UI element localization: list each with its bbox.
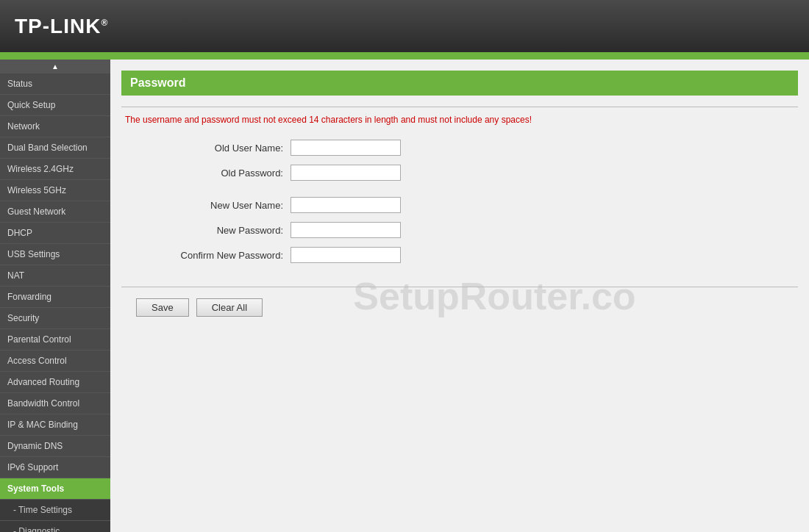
logo-text: TP-LINK [15, 15, 101, 37]
clear-button[interactable]: Clear All [196, 298, 263, 317]
confirm-password-input[interactable] [291, 247, 401, 263]
content-inner: Password The username and password must … [121, 71, 798, 317]
sidebar-item-forwarding[interactable]: Forwarding [0, 287, 110, 308]
sidebar-item-system-tools[interactable]: System Tools [0, 478, 110, 500]
sidebar-item-parental-control[interactable]: Parental Control [0, 329, 110, 351]
old-password-input[interactable] [291, 165, 401, 181]
confirm-password-row: Confirm New Password: [121, 247, 798, 263]
page-title: Password [121, 71, 798, 96]
save-button[interactable]: Save [136, 298, 189, 317]
old-username-label: Old User Name: [136, 143, 283, 154]
password-form: Old User Name: Old Password: New User Na… [121, 136, 798, 276]
content-area: SetupRouter.co Password The username and… [110, 60, 809, 532]
sidebar-item-ipv6[interactable]: IPv6 Support [0, 457, 110, 478]
sidebar-item-wireless-5[interactable]: Wireless 5GHz [0, 180, 110, 201]
sidebar-scroll-up[interactable]: ▲ [0, 60, 110, 73]
sidebar-item-advanced-routing[interactable]: Advanced Routing [0, 372, 110, 393]
sidebar-item-guest-network[interactable]: Guest Network [0, 201, 110, 223]
new-password-input[interactable] [291, 222, 401, 238]
sidebar-item-wireless-24[interactable]: Wireless 2.4GHz [0, 159, 110, 180]
bottom-divider [121, 287, 798, 287]
old-password-label: Old Password: [136, 168, 283, 179]
sidebar-item-quick-setup[interactable]: Quick Setup [0, 95, 110, 116]
new-password-row: New Password: [121, 222, 798, 238]
top-divider [121, 107, 798, 107]
main-layout: ▲ StatusQuick SetupNetworkDual Band Sele… [0, 60, 809, 532]
old-username-input[interactable] [291, 140, 401, 156]
header: TP-LINK® [0, 0, 809, 55]
sidebar-item-dual-band[interactable]: Dual Band Selection [0, 137, 110, 159]
sidebar-item-time-settings[interactable]: - Time Settings [0, 500, 110, 521]
logo: TP-LINK® [15, 15, 108, 38]
new-username-input[interactable] [291, 197, 401, 213]
logo-tm: ® [101, 17, 108, 27]
sidebar: ▲ StatusQuick SetupNetworkDual Band Sele… [0, 60, 110, 532]
sidebar-item-dynamic-dns[interactable]: Dynamic DNS [0, 436, 110, 457]
sidebar-item-usb-settings[interactable]: USB Settings [0, 244, 110, 265]
new-username-row: New User Name: [121, 197, 798, 213]
sidebar-item-security[interactable]: Security [0, 308, 110, 329]
sidebar-item-access-control[interactable]: Access Control [0, 351, 110, 372]
new-username-label: New User Name: [136, 200, 283, 211]
sidebar-item-network[interactable]: Network [0, 116, 110, 137]
sidebar-item-dhcp[interactable]: DHCP [0, 223, 110, 244]
sidebar-items: StatusQuick SetupNetworkDual Band Select… [0, 73, 110, 532]
old-password-row: Old Password: [121, 165, 798, 181]
button-row: Save Clear All [121, 298, 798, 317]
form-spacer [121, 190, 798, 197]
sidebar-item-status[interactable]: Status [0, 73, 110, 95]
warning-text: The username and password must not excee… [121, 115, 798, 125]
new-password-label: New Password: [136, 225, 283, 236]
sidebar-item-nat[interactable]: NAT [0, 265, 110, 287]
confirm-password-label: Confirm New Password: [136, 250, 283, 261]
sidebar-item-ip-mac[interactable]: IP & MAC Binding [0, 414, 110, 436]
sidebar-item-diagnostic[interactable]: - Diagnostic [0, 521, 110, 532]
sidebar-item-bandwidth-control[interactable]: Bandwidth Control [0, 393, 110, 414]
old-username-row: Old User Name: [121, 140, 798, 156]
